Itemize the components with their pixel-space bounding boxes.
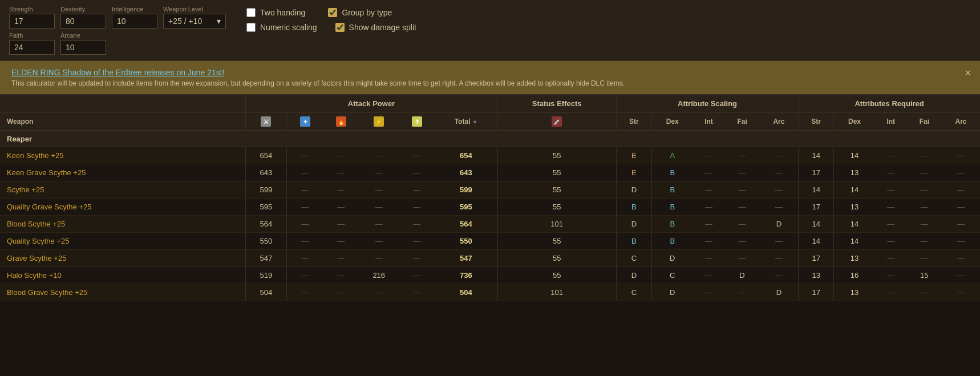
numeric-scaling-label[interactable]: Numeric scaling <box>260 23 317 32</box>
atk-cell: — <box>287 233 323 250</box>
weapon-level-label: Weapon Level <box>163 6 226 13</box>
req-int-header: Int <box>875 113 907 131</box>
required-cell: — <box>907 164 942 181</box>
required-cell: 17 <box>799 284 834 301</box>
holy-icon: ✝ <box>412 116 422 127</box>
blood-icon-header: 💉 <box>497 113 616 131</box>
total-header[interactable]: Total ▼ <box>435 113 497 131</box>
required-cell: — <box>875 267 907 284</box>
scaling-cell: B <box>651 199 693 216</box>
scaling-cell: — <box>724 181 759 199</box>
table-row[interactable]: Keen Grave Scythe +25643————64355EB———17… <box>0 164 980 181</box>
arcane-input[interactable] <box>60 40 106 55</box>
weapon-name-cell[interactable]: Halo Scythe +10 <box>0 267 245 284</box>
req-dex-header: Dex <box>834 113 875 131</box>
scaling-cell: — <box>724 164 759 181</box>
weapon-level-select[interactable]: +25 / +10 ▾ <box>163 14 226 29</box>
weapon-name-cell[interactable]: Scythe +25 <box>0 181 245 199</box>
intelligence-input[interactable] <box>112 14 157 29</box>
scaling-cell: — <box>693 181 725 199</box>
required-cell: — <box>875 181 907 199</box>
atk-cell: — <box>399 250 435 267</box>
show-damage-split-row: Show damage split <box>335 23 416 32</box>
close-icon[interactable]: × <box>965 68 971 78</box>
table-row[interactable]: Quality Scythe +25550————55055BB———1414—… <box>0 233 980 250</box>
scaling-cell: D <box>616 267 651 284</box>
scaling-cell: — <box>760 250 799 267</box>
dexterity-input[interactable] <box>60 14 106 29</box>
two-handing-checkbox[interactable] <box>246 8 256 17</box>
atk-cell: 550 <box>245 233 287 250</box>
scaling-cell: — <box>724 233 759 250</box>
scaling-fai-header: Fai <box>724 113 759 131</box>
scaling-cell: C <box>651 267 693 284</box>
atk-cell: — <box>323 199 359 216</box>
required-cell: 14 <box>834 233 875 250</box>
lightning-icon: ⚡ <box>374 116 384 127</box>
show-damage-split-label[interactable]: Show damage split <box>349 23 416 32</box>
table-row[interactable]: Halo Scythe +10519——216—73655DC—D—1316—1… <box>0 267 980 284</box>
total-cell: 599 <box>435 181 497 199</box>
scaling-cell: — <box>760 233 799 250</box>
weapon-name-cell[interactable]: Quality Scythe +25 <box>0 233 245 250</box>
strength-input[interactable] <box>9 14 55 29</box>
req-arc-header: Arc <box>942 113 980 131</box>
required-cell: — <box>942 250 980 267</box>
required-cell: — <box>875 147 907 164</box>
table-row[interactable]: Scythe +25599————59955DB———1414——— <box>0 181 980 199</box>
weapon-name-cell[interactable]: Blood Grave Scythe +25 <box>0 284 245 301</box>
atk-cell: — <box>323 284 359 301</box>
two-handing-label[interactable]: Two handing <box>260 8 305 17</box>
scaling-cell: D <box>724 267 759 284</box>
table-row[interactable]: Grave Scythe +25547————54755CD———1713——— <box>0 250 980 267</box>
banner-body: This calculator will be updated to inclu… <box>11 79 969 87</box>
table-row[interactable]: Blood Scythe +25564————564101DB——D1414——… <box>0 216 980 233</box>
table-row[interactable]: Keen Scythe +25654————65455EA———1414——— <box>0 147 980 164</box>
weapon-name-cell[interactable]: Keen Grave Scythe +25 <box>0 164 245 181</box>
atk-cell: 643 <box>245 164 287 181</box>
required-cell: 14 <box>799 233 834 250</box>
atk-cell: — <box>399 284 435 301</box>
reaper-section-label: Reaper <box>0 131 980 147</box>
atk-cell: 504 <box>245 284 287 301</box>
scaling-cell: — <box>724 216 759 233</box>
scaling-cell: B <box>616 233 651 250</box>
table-row[interactable]: Quality Grave Scythe +25595————59555BB——… <box>0 199 980 216</box>
atk-cell: — <box>359 284 399 301</box>
faith-input[interactable] <box>9 40 55 55</box>
numeric-scaling-row: Numeric scaling <box>246 23 317 32</box>
status-cell: 101 <box>497 284 616 301</box>
table-group-header-row: Attack Power Status Effects Attribute Sc… <box>0 95 980 113</box>
required-cell: — <box>875 164 907 181</box>
numeric-scaling-checkbox[interactable] <box>246 23 256 32</box>
group-by-type-label[interactable]: Group by type <box>342 8 392 17</box>
group-by-type-checkbox[interactable] <box>328 8 337 17</box>
phys-icon: ⚔ <box>261 116 271 127</box>
required-cell: — <box>907 199 942 216</box>
weapon-name-cell[interactable]: Keen Scythe +25 <box>0 147 245 164</box>
total-cell: 643 <box>435 164 497 181</box>
magic-icon: ✦ <box>300 116 310 127</box>
holy-icon-header: ✝ <box>399 113 435 131</box>
atk-cell: 595 <box>245 199 287 216</box>
weapon-name-cell[interactable]: Grave Scythe +25 <box>0 250 245 267</box>
table-row[interactable]: Blood Grave Scythe +25504————504101CD——D… <box>0 284 980 301</box>
scaling-cell: D <box>651 284 693 301</box>
total-label: Total <box>455 118 471 126</box>
required-cell: 13 <box>834 250 875 267</box>
dexterity-field: Dexterity <box>60 6 106 29</box>
show-damage-split-checkbox[interactable] <box>335 23 345 32</box>
weapon-name-cell[interactable]: Blood Scythe +25 <box>0 216 245 233</box>
scaling-cell: B <box>651 233 693 250</box>
atk-cell: 654 <box>245 147 287 164</box>
scaling-cell: — <box>760 147 799 164</box>
required-cell: — <box>907 216 942 233</box>
weapon-name-cell[interactable]: Quality Grave Scythe +25 <box>0 199 245 216</box>
required-cell: — <box>942 164 980 181</box>
atk-cell: — <box>399 216 435 233</box>
reaper-section-row: Reaper <box>0 131 980 147</box>
announcement-banner: ELDEN RING Shadow of the Erdtree release… <box>0 61 980 95</box>
arcane-label: Arcane <box>60 32 106 39</box>
banner-title-link[interactable]: Shadow of the Erdtree <box>62 68 141 77</box>
required-cell: 13 <box>834 284 875 301</box>
